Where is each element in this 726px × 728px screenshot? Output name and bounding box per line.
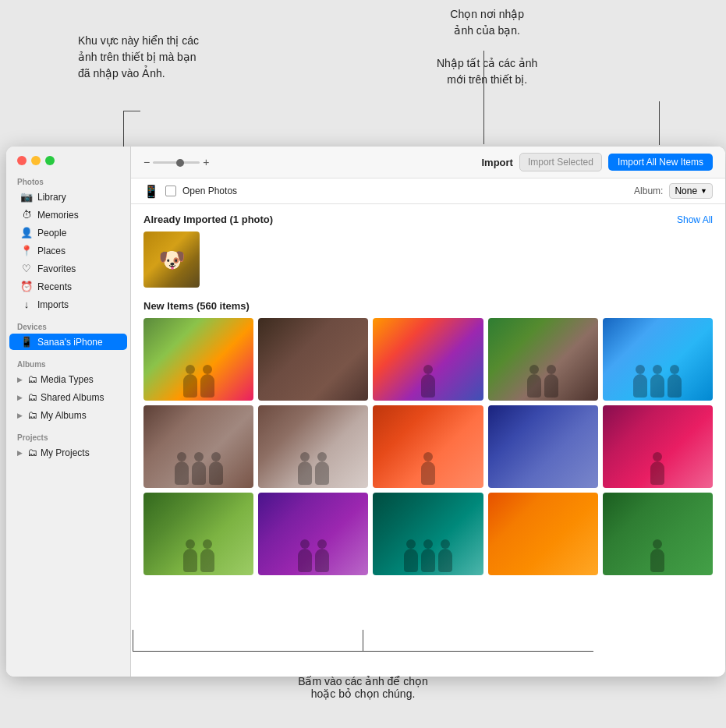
new-items-title: New Items (560 items) (143, 300, 250, 312)
photo-scroll-area[interactable]: Already Imported (1 photo) Show All 🐶 Ne… (131, 204, 725, 677)
annotation-line-left-h (123, 111, 140, 111)
photos-section-label: Photos (6, 171, 130, 188)
open-photos-checkbox[interactable] (165, 186, 176, 196)
photo-grid-row3 (143, 493, 713, 575)
sidebar-item-places[interactable]: 📍 Places (9, 242, 127, 259)
album-dropdown[interactable]: None ▼ (669, 183, 713, 199)
sub-toolbar: 📱 Open Photos Album: None ▼ (131, 178, 725, 204)
memories-icon: ⏱ (20, 209, 33, 221)
new-items-section: New Items (560 items) (143, 300, 713, 575)
photo-cell[interactable] (373, 318, 483, 401)
sidebar-item-media-types[interactable]: ▶ 🗂 Media Types (9, 371, 127, 387)
bottom-annotation: Bấm vào các ảnh để chọn hoặc bỏ chọn chú… (298, 675, 428, 700)
photo-cell[interactable] (143, 493, 253, 575)
recents-icon: ⏰ (20, 281, 33, 292)
import-selected-button[interactable]: Import Selected (519, 153, 602, 171)
photo-cell[interactable] (603, 318, 713, 401)
photo-grid-row1 (143, 318, 713, 401)
photo-cell[interactable] (143, 405, 253, 488)
minimize-button[interactable] (31, 156, 41, 165)
annotation-top-right: Chọn nơi nhập ảnh của bạn. Nhập tất cả c… (437, 6, 537, 88)
zoom-thumb (176, 159, 184, 167)
photo-cell[interactable] (258, 318, 368, 401)
annotation-top-left: Khu vực này hiển thị các ảnh trên thiết … (78, 33, 199, 82)
window-controls (6, 147, 130, 171)
photo-cell[interactable] (258, 493, 368, 575)
chevron-icon: ▶ (17, 394, 23, 401)
imported-thumb[interactable]: 🐶 (143, 231, 200, 288)
photo-cell[interactable] (258, 405, 368, 488)
projects-section-label: Projects (6, 427, 130, 444)
sidebar-item-device[interactable]: 📱 Sanaa's iPhone (9, 334, 127, 350)
sidebar-item-library[interactable]: 📷 Library (9, 189, 127, 205)
chevron-icon: ▶ (17, 376, 23, 383)
sidebar-item-memories[interactable]: ⏱ Memories (9, 207, 127, 223)
my-projects-icon: 🗂 (27, 447, 37, 458)
photo-cell[interactable] (373, 493, 483, 575)
device-sub-icon: 📱 (143, 184, 159, 199)
albums-section-label: Albums (6, 354, 130, 370)
main-content: − + Import Import Selected Import All Ne… (131, 147, 725, 677)
zoom-plus[interactable]: + (203, 156, 209, 168)
annotation-line-right-v2 (659, 101, 660, 145)
sidebar-item-people[interactable]: 👤 People (9, 224, 127, 241)
bottom-annotation-line-vc (363, 630, 363, 652)
sidebar-item-my-albums[interactable]: ▶ 🗂 My Albums (9, 407, 127, 423)
sidebar-item-my-projects[interactable]: ▶ 🗂 My Projects (9, 444, 127, 461)
my-albums-icon: 🗂 (27, 409, 37, 421)
toolbar: − + Import Import Selected Import All Ne… (131, 147, 725, 178)
import-all-button[interactable]: Import All New Items (608, 154, 713, 171)
library-icon: 📷 (20, 191, 33, 203)
maximize-button[interactable] (45, 156, 55, 165)
sidebar-item-recents[interactable]: ⏰ Recents (9, 278, 127, 295)
photo-grid-row2 (143, 405, 713, 488)
devices-section-label: Devices (6, 316, 130, 333)
sidebar: Photos 📷 Library ⏱ Memories 👤 People 📍 P… (6, 147, 131, 677)
favorites-icon: ♡ (20, 263, 33, 274)
photo-cell[interactable] (488, 405, 598, 488)
photo-cell[interactable] (143, 318, 253, 401)
open-photos-label: Open Photos (182, 186, 237, 196)
main-window: Photos 📷 Library ⏱ Memories 👤 People 📍 P… (6, 147, 725, 677)
media-types-icon: 🗂 (27, 373, 37, 385)
import-label: Import (481, 157, 512, 168)
imported-thumb-inner: 🐶 (143, 231, 200, 288)
zoom-minus[interactable]: − (143, 156, 150, 168)
photo-cell[interactable] (488, 318, 598, 401)
dropdown-arrow-icon: ▼ (700, 187, 707, 195)
photo-cell[interactable] (373, 405, 483, 488)
imports-icon: ↓ (20, 299, 33, 310)
sidebar-item-imports[interactable]: ↓ Imports (9, 296, 127, 313)
photo-cell[interactable] (488, 493, 598, 575)
already-imported-title: Already Imported (1 photo) (143, 214, 273, 225)
shared-albums-icon: 🗂 (27, 391, 37, 403)
photo-cell[interactable] (603, 493, 713, 575)
sidebar-item-shared-albums[interactable]: ▶ 🗂 Shared Albums (9, 389, 127, 405)
iphone-icon: 📱 (20, 336, 33, 348)
annotation-line-right-v1 (483, 51, 484, 144)
bottom-annotation-line-vl (133, 630, 133, 652)
album-label: Album: (634, 186, 663, 196)
zoom-control: − + (143, 156, 209, 168)
photo-cell[interactable] (603, 405, 713, 488)
imported-row: 🐶 (143, 231, 713, 288)
show-all-link[interactable]: Show All (677, 214, 713, 225)
places-icon: 📍 (20, 245, 33, 256)
sidebar-item-favorites[interactable]: ♡ Favorites (9, 260, 127, 277)
people-icon: 👤 (20, 227, 33, 239)
chevron-icon: ▶ (17, 412, 23, 419)
close-button[interactable] (17, 156, 27, 165)
already-imported-header: Already Imported (1 photo) Show All (143, 214, 713, 225)
chevron-icon: ▶ (17, 449, 23, 457)
new-items-header: New Items (560 items) (143, 300, 713, 312)
zoom-slider[interactable] (153, 161, 200, 164)
